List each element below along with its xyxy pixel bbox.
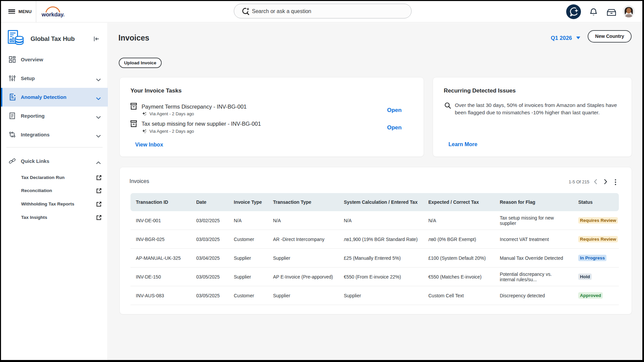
- svg-text:workday: workday: [41, 11, 64, 17]
